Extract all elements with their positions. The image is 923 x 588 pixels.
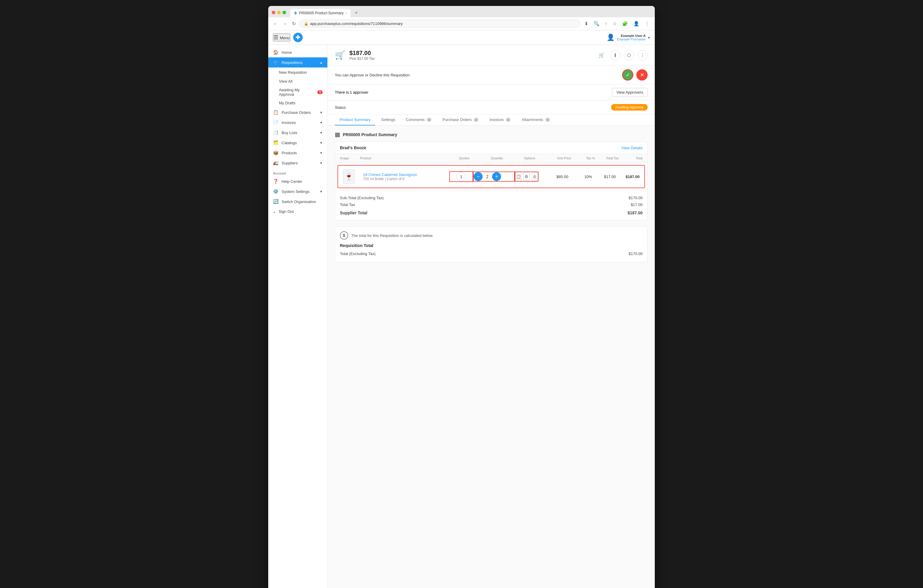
sidebar-item-new-requisition[interactable]: New Requisition + [268,67,327,77]
reload-button[interactable]: ↻ [291,20,297,28]
quotes-number: 1 [457,172,466,181]
sidebar-item-purchase-orders[interactable]: 📋 Purchase Orders ▼ [268,107,327,117]
new-tab-button[interactable]: + [352,8,360,17]
approvers-bar: There is 1 approver View Approvers [328,84,655,100]
sidebar-item-home[interactable]: 🏠 Home [268,47,327,57]
catalogs-icon: 🗂️ [273,140,279,145]
awaiting-approval-badge: 1 [317,90,323,94]
tab-invoices[interactable]: Invoices 0 [485,115,516,125]
sidebar-item-my-drafts[interactable]: My Drafts [268,99,327,107]
settings-chevron: ▼ [320,190,323,193]
tab-settings[interactable]: Settings [376,115,400,125]
products-chevron: ▼ [320,151,323,154]
sidebar-item-view-all[interactable]: View All [268,77,327,85]
account-section-label: Account [268,168,327,176]
supplier-total-label: Supplier Total [340,210,367,215]
traffic-lights [272,11,289,17]
tab-attachments[interactable]: Attachments 0 [517,115,555,125]
profile-icon[interactable]: 👤 [632,20,641,28]
share-icon[interactable]: ↑ [603,20,609,28]
requisition-header: 🛒 $187.00 Plus $17.00 Tax 🛒 ℹ ⬡ ⋮ [328,45,655,66]
sidebar-item-system-settings[interactable]: ⚙️ System Settings ▼ [268,186,327,197]
user-info: Example User A Example Purchaser [617,34,645,41]
more-options-icon[interactable]: ⋮ [643,20,651,28]
quantity-col: − 2 + [473,171,515,182]
extensions-icon[interactable]: 🧩 [620,20,630,28]
decline-button[interactable]: ✕ [636,69,648,80]
sidebar-item-help-center[interactable]: ❓ Help Center [268,176,327,186]
sidebar-item-products[interactable]: 📦 Products ▼ [268,148,327,158]
sidebar-item-catalogs[interactable]: 🗂️ Catalogs ▼ [268,138,327,148]
maximize-traffic-light[interactable] [282,11,286,14]
tab-purchase-orders-count: 0 [473,118,479,122]
product-name-link[interactable]: 19 Crimes Cabernet Sauvignon [363,172,417,177]
supplier-total-row: Supplier Total $187.00 [340,208,642,217]
total-tax-label: Total Tax [340,202,355,207]
user-dropdown-arrow[interactable]: ▾ [648,35,650,40]
minimize-traffic-light[interactable] [277,11,281,14]
forward-button[interactable]: → [281,20,288,28]
browser-tab[interactable]: ✚ PR00005 Product Summary × [290,9,351,17]
close-traffic-light[interactable] [272,11,275,14]
req-tax: Plus $17.00 Tax [350,56,374,61]
col-header-image: Image [340,156,358,160]
sign-out-label: Sign Out [279,209,294,214]
switch-org-label: Switch Organisation [282,199,316,204]
tab-purchase-orders[interactable]: Purchase Orders 0 [438,115,483,125]
tab-comments[interactable]: Comments 0 [401,115,437,125]
view-approvers-button[interactable]: View Approvers [612,88,648,97]
settings-option-button[interactable]: ⚙ [523,172,530,181]
address-bar[interactable]: 🔒 app.purchaseplus.com/requisitions/7110… [299,20,580,28]
approve-button[interactable]: ✓ [622,69,633,80]
search-icon[interactable]: 🔍 [592,20,601,28]
req-total-title: Requisition Total [340,243,642,248]
system-settings-label: System Settings [282,189,310,194]
tab-invoices-count: 0 [506,118,511,122]
bookmark-icon[interactable]: ☆ [611,20,619,28]
view-details-link[interactable]: View Details [621,146,642,150]
tab-settings-label: Settings [381,117,395,122]
settings-icon: ⚙️ [273,189,279,194]
tab-product-summary[interactable]: Product Summary [335,115,375,125]
sidebar: 🏠 Home 🛒 Requisitions ▲ New Requisition … [268,45,328,588]
delete-option-button[interactable]: 🗑 [532,172,538,181]
back-button[interactable]: ← [272,20,279,28]
quantity-plus-button[interactable]: + [492,172,501,181]
copy-option-button[interactable]: 📋 [515,172,522,181]
suppliers-label: Suppliers [282,161,298,165]
purchase-orders-label: Purchase Orders [282,110,311,115]
quantity-value: 2 [484,174,490,179]
sidebar-item-sign-out[interactable]: ⬩ Sign Out [268,207,327,217]
table-header: Image Product Quotes Quantity Options Un… [335,154,647,163]
cart-action-btn[interactable]: 🛒 [596,50,607,60]
buy-lists-icon: 📑 [273,130,279,135]
tab-icon: ✚ [294,11,297,15]
product-summary-icon: ▤ [335,131,340,138]
sidebar-item-awaiting-approval[interactable]: Awaiting My Approval 1 [268,85,327,99]
col-header-quantity: Quantity [476,156,518,160]
more-btn[interactable]: ⋮ [637,50,648,60]
quantity-minus-button[interactable]: − [474,172,483,181]
supplier-total-value: $187.00 [627,210,642,215]
sidebar-item-invoices[interactable]: 📄 Invoices ▼ [268,117,327,128]
catalogs-chevron: ▼ [320,141,323,145]
suppliers-chevron: ▼ [320,161,323,165]
sidebar-item-switch-org[interactable]: 🔄 Switch Organisation [268,197,327,207]
hamburger-menu[interactable]: ☰ Menu [273,34,290,41]
sidebar-item-suppliers[interactable]: 🚛 Suppliers ▼ [268,158,327,168]
unit-price-col: $85.00 [539,174,568,179]
table-row: 🍷 19 Crimes Cabernet Sauvignon 750 ml Bo… [338,165,645,188]
sidebar-item-buy-lists[interactable]: 📑 Buy Lists ▼ [268,128,327,138]
cart-icon: 🛒 [335,50,345,60]
info-btn[interactable]: ℹ [610,50,620,60]
share-btn[interactable]: ⬡ [624,50,634,60]
col-header-options: Options [518,156,542,160]
sidebar-item-requisitions[interactable]: 🛒 Requisitions ▲ [268,57,327,67]
quotes-col: 1 [449,171,473,182]
tab-close-button[interactable]: × [345,11,347,15]
switch-org-icon: 🔄 [273,199,279,204]
my-drafts-label: My Drafts [279,101,296,105]
invoices-icon: 📄 [273,120,279,125]
header-left: ☰ Menu ✚ [273,33,303,42]
download-icon[interactable]: ⬇ [583,20,590,28]
